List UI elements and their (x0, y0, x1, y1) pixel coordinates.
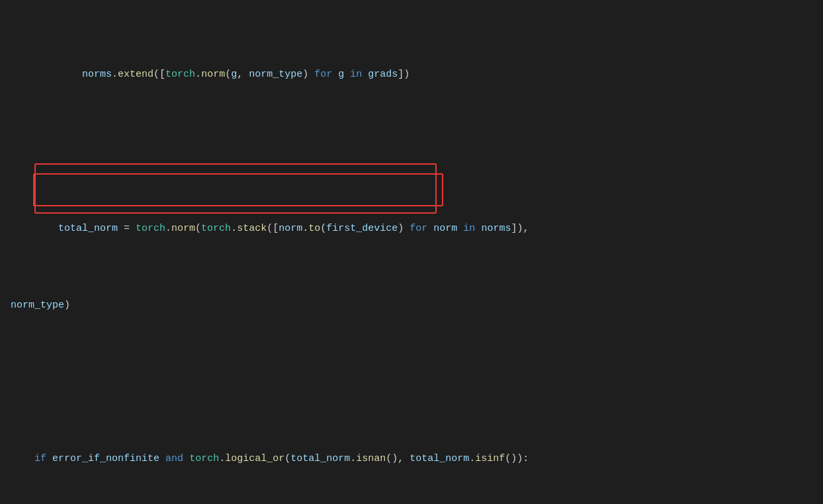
code-line-6: if error_if_nonfinite and torch.logical_… (11, 451, 812, 466)
code-container: norms.extend([torch.norm(g, norm_type) f… (0, 0, 823, 504)
code-line-3: total_norm = torch.norm(torch.stack([nor… (11, 221, 812, 236)
highlight-box (33, 173, 443, 207)
code-line-2 (11, 144, 812, 159)
code-line-5 (11, 374, 812, 390)
code-line-4: norm_type) (11, 298, 812, 313)
code-line-1: norms.extend([torch.norm(g, norm_type) f… (11, 67, 812, 82)
